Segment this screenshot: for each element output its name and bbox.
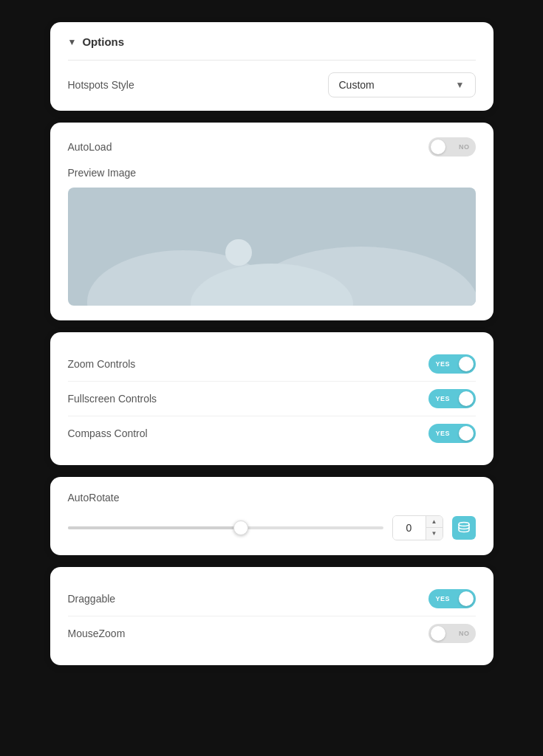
draggable-toggle-label: YES [436, 595, 451, 602]
options-card: ▼ Options Hotspots Style Custom ▼ [50, 22, 494, 111]
compass-control-toggle[interactable]: YES [428, 424, 476, 443]
autorotate-slider[interactable] [68, 526, 383, 529]
spinner-up-button[interactable]: ▲ [426, 516, 443, 528]
main-container: ▼ Options Hotspots Style Custom ▼ AutoLo… [50, 22, 494, 665]
zoom-controls-label: Zoom Controls [68, 358, 136, 370]
draggable-toggle-knob [459, 591, 474, 606]
compass-toggle-knob [459, 426, 474, 441]
mousezoom-label: MouseZoom [68, 628, 126, 639]
mousezoom-toggle-label: NO [459, 630, 470, 637]
zoom-toggle-label: YES [436, 360, 451, 368]
zoom-controls-toggle[interactable]: YES [428, 354, 476, 374]
db-svg [457, 521, 471, 535]
mousezoom-toggle[interactable]: NO [428, 624, 476, 643]
controls-card: Zoom Controls YES Fullscreen Controls YE… [50, 332, 494, 465]
slider-fill [68, 526, 242, 529]
draggable-toggle[interactable]: YES [428, 589, 476, 608]
autorotate-card: AutoRotate ▲ ▼ [50, 477, 494, 555]
hotspots-style-value: Custom [339, 79, 375, 91]
db-icon-button[interactable] [452, 516, 476, 540]
preview-image-label: Preview Image [68, 167, 476, 179]
options-title: Options [82, 35, 124, 48]
spinner-buttons: ▲ ▼ [426, 516, 443, 540]
fullscreen-controls-row: Fullscreen Controls YES [68, 382, 476, 416]
autorotate-value-input[interactable] [393, 516, 426, 540]
hotspots-style-dropdown[interactable]: Custom ▼ [328, 72, 476, 97]
autorotate-slider-row: ▲ ▼ [68, 515, 476, 540]
preview-card: AutoLoad NO Preview Image [50, 123, 494, 320]
spinner-down-button[interactable]: ▼ [426, 528, 443, 540]
zoom-controls-row: Zoom Controls YES [68, 347, 476, 382]
preview-image-placeholder [68, 188, 476, 306]
autoload-row: AutoLoad NO [68, 137, 476, 157]
compass-toggle-label: YES [436, 430, 451, 437]
mousezoom-toggle-knob [431, 626, 445, 641]
zoom-toggle-knob [459, 357, 474, 371]
fullscreen-controls-label: Fullscreen Controls [68, 393, 157, 405]
fullscreen-toggle-label: YES [436, 395, 451, 402]
autorotate-number-input-container: ▲ ▼ [392, 515, 443, 540]
compass-control-label: Compass Control [68, 427, 148, 439]
mousezoom-row: MouseZoom NO [68, 616, 476, 650]
autoload-toggle-knob [431, 140, 445, 154]
options-header: ▼ Options [68, 35, 476, 48]
options-divider [68, 60, 476, 61]
dropdown-arrow-icon: ▼ [456, 80, 465, 90]
autorotate-title: AutoRotate [68, 492, 476, 504]
fullscreen-toggle-knob [459, 391, 474, 406]
svg-point-4 [225, 239, 252, 266]
fullscreen-controls-toggle[interactable]: YES [428, 389, 476, 408]
svg-point-5 [459, 523, 469, 526]
autoload-toggle-label: NO [459, 143, 470, 151]
options-chevron-icon[interactable]: ▼ [68, 37, 77, 47]
preview-image-svg [68, 188, 476, 306]
draggable-row: Draggable YES [68, 582, 476, 616]
slider-thumb[interactable] [233, 520, 248, 535]
draggable-card: Draggable YES MouseZoom NO [50, 567, 494, 665]
autoload-toggle[interactable]: NO [428, 137, 476, 157]
hotspots-style-row: Hotspots Style Custom ▼ [68, 72, 476, 97]
autoload-label: AutoLoad [68, 141, 112, 153]
hotspots-style-label: Hotspots Style [68, 79, 134, 91]
draggable-label: Draggable [68, 593, 116, 605]
compass-control-row: Compass Control YES [68, 416, 476, 450]
